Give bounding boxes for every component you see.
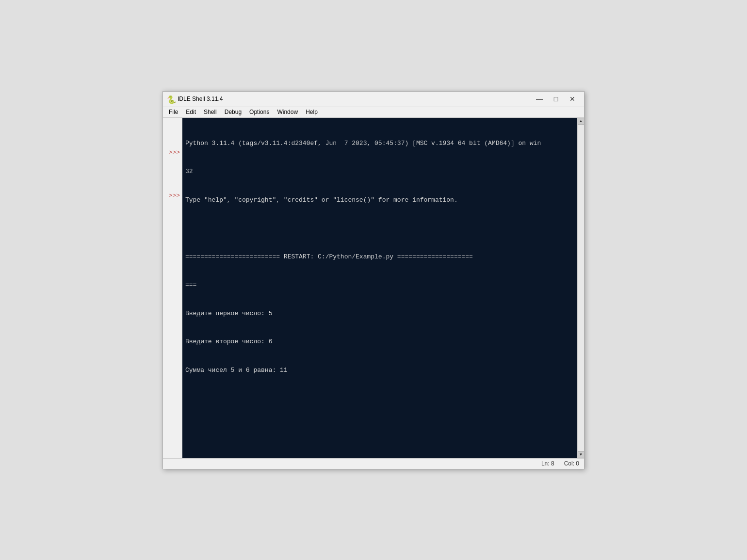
- result-line: Сумма чисел 5 и 6 равна: 11: [185, 366, 574, 375]
- scroll-down-button[interactable]: ▼: [578, 451, 585, 458]
- prompt-2: >>>: [169, 190, 182, 201]
- minimize-button[interactable]: —: [532, 94, 547, 104]
- title-bar: 🐍 IDLE Shell 3.11.4 — □ ✕: [163, 92, 584, 107]
- close-button[interactable]: ✕: [565, 94, 580, 104]
- blank-line-1: [185, 224, 574, 233]
- window-title: IDLE Shell 3.11.4: [178, 96, 532, 102]
- input2-line: Введите второе число: 6: [185, 337, 574, 347]
- window-controls: — □ ✕: [532, 94, 580, 104]
- menu-window[interactable]: Window: [273, 108, 302, 116]
- separator-line: ===: [185, 280, 574, 290]
- scroll-track[interactable]: [578, 125, 584, 451]
- menu-bar: File Edit Shell Debug Options Window Hel…: [163, 107, 584, 118]
- console-wrapper: Python 3.11.4 (tags/v3.11.4:d2340ef, Jun…: [182, 118, 577, 458]
- status-ln: Ln: 8: [541, 460, 554, 467]
- idle-window: 🐍 IDLE Shell 3.11.4 — □ ✕ File Edit Shel…: [162, 91, 585, 469]
- welcome-line-1: Python 3.11.4 (tags/v3.11.4:d2340ef, Jun…: [185, 139, 574, 148]
- menu-options[interactable]: Options: [245, 108, 273, 116]
- menu-help[interactable]: Help: [302, 108, 322, 116]
- restore-button[interactable]: □: [548, 94, 564, 104]
- line-numbers: >>> >>>: [163, 118, 182, 458]
- app-icon: 🐍: [167, 95, 175, 103]
- menu-file[interactable]: File: [165, 108, 182, 116]
- menu-shell[interactable]: Shell: [200, 108, 221, 116]
- welcome-line-2: 32: [185, 167, 574, 176]
- prompt-1: >>>: [169, 147, 182, 158]
- input1-line: Введите первое число: 5: [185, 309, 574, 319]
- scroll-up-button[interactable]: ▲: [578, 118, 585, 125]
- status-bar: Ln: 8 Col: 0: [163, 458, 584, 469]
- restart-line: ========================= RESTART: C:/Py…: [185, 252, 574, 262]
- console-output[interactable]: Python 3.11.4 (tags/v3.11.4:d2340ef, Jun…: [182, 118, 577, 458]
- shell-area: >>> >>> Python 3.11.4 (tags/v3.11.4:d234…: [163, 118, 584, 458]
- menu-edit[interactable]: Edit: [182, 108, 200, 116]
- scrollbar: ▲ ▼: [577, 118, 584, 458]
- status-col: Col: 0: [564, 460, 579, 467]
- menu-debug[interactable]: Debug: [221, 108, 245, 116]
- welcome-line-3: Type "help", "copyright", "credits" or "…: [185, 195, 574, 205]
